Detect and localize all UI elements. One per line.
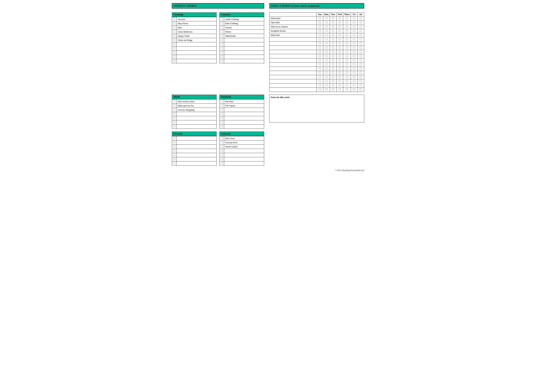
daily-checkbox[interactable]	[360, 59, 362, 61]
checkbox-cell[interactable]	[220, 161, 224, 166]
checkbox[interactable]	[221, 108, 223, 111]
daily-check-cell[interactable]	[336, 42, 343, 46]
checkbox-cell[interactable]	[172, 55, 176, 59]
daily-check-cell[interactable]	[323, 37, 330, 42]
daily-check-cell[interactable]	[336, 54, 343, 58]
daily-checkbox[interactable]	[319, 25, 321, 28]
daily-checkbox[interactable]	[360, 80, 362, 82]
checkbox-cell[interactable]	[172, 116, 176, 120]
daily-checkbox[interactable]	[346, 80, 348, 82]
daily-checkbox[interactable]	[353, 29, 355, 32]
daily-checkbox[interactable]	[332, 63, 334, 65]
daily-checkbox[interactable]	[353, 51, 355, 53]
daily-check-cell[interactable]	[357, 21, 364, 25]
checkbox-cell[interactable]	[220, 55, 224, 59]
checkbox[interactable]	[173, 30, 175, 33]
daily-checkbox[interactable]	[353, 84, 355, 86]
daily-checkbox[interactable]	[319, 29, 321, 32]
checkbox-cell[interactable]	[220, 30, 224, 34]
checkbox-cell[interactable]	[220, 38, 224, 42]
checkbox[interactable]	[173, 39, 175, 41]
daily-checkbox[interactable]	[346, 88, 348, 90]
daily-checkbox[interactable]	[360, 46, 362, 49]
daily-check-cell[interactable]	[351, 16, 357, 21]
daily-check-cell[interactable]	[330, 46, 336, 50]
daily-checkbox[interactable]	[353, 63, 355, 65]
daily-checkbox[interactable]	[319, 17, 321, 19]
daily-check-cell[interactable]	[316, 58, 323, 63]
daily-check-cell[interactable]	[351, 46, 357, 50]
daily-check-cell[interactable]	[351, 58, 357, 63]
daily-check-cell[interactable]	[330, 42, 336, 46]
daily-check-cell[interactable]	[357, 54, 364, 58]
daily-check-cell[interactable]	[357, 50, 364, 54]
daily-check-cell[interactable]	[323, 58, 330, 63]
daily-checkbox[interactable]	[339, 38, 341, 40]
checkbox-cell[interactable]	[172, 112, 176, 116]
daily-checkbox[interactable]	[353, 80, 355, 82]
daily-checkbox[interactable]	[346, 71, 348, 74]
daily-checkbox[interactable]	[319, 34, 321, 36]
checkbox-cell[interactable]	[172, 34, 176, 38]
daily-check-cell[interactable]	[316, 88, 323, 92]
daily-check-cell[interactable]	[357, 88, 364, 92]
daily-checkbox[interactable]	[339, 80, 341, 82]
checkbox-cell[interactable]	[220, 25, 224, 30]
daily-check-cell[interactable]	[330, 58, 336, 63]
daily-check-cell[interactable]	[343, 71, 351, 75]
daily-checkbox[interactable]	[353, 88, 355, 90]
daily-checkbox[interactable]	[325, 59, 328, 61]
daily-check-cell[interactable]	[316, 67, 323, 71]
checkbox[interactable]	[173, 55, 175, 58]
daily-checkbox[interactable]	[346, 55, 348, 57]
checkbox-cell[interactable]	[220, 125, 224, 129]
daily-checkbox[interactable]	[360, 34, 362, 36]
checkbox[interactable]	[221, 39, 223, 41]
checkbox[interactable]	[173, 51, 175, 53]
daily-checkbox[interactable]	[360, 38, 362, 40]
checkbox[interactable]	[173, 154, 175, 156]
daily-checkbox[interactable]	[346, 63, 348, 65]
daily-checkbox[interactable]	[332, 84, 334, 86]
daily-check-cell[interactable]	[343, 88, 351, 92]
checkbox-cell[interactable]	[220, 120, 224, 125]
daily-checkbox[interactable]	[339, 67, 341, 70]
daily-checkbox[interactable]	[360, 51, 362, 53]
checkbox[interactable]	[221, 51, 223, 53]
daily-checkbox[interactable]	[332, 38, 334, 40]
checkbox[interactable]	[221, 137, 223, 139]
daily-check-cell[interactable]	[351, 75, 357, 79]
daily-checkbox[interactable]	[339, 34, 341, 36]
daily-check-cell[interactable]	[323, 88, 330, 92]
daily-checkbox[interactable]	[325, 17, 328, 19]
checkbox-cell[interactable]	[220, 59, 224, 63]
daily-check-cell[interactable]	[351, 37, 357, 42]
checkbox-cell[interactable]	[220, 157, 224, 161]
daily-check-cell[interactable]	[316, 50, 323, 54]
checkbox[interactable]	[221, 30, 223, 33]
daily-check-cell[interactable]	[357, 58, 364, 63]
daily-checkbox[interactable]	[346, 84, 348, 86]
daily-checkbox[interactable]	[360, 84, 362, 86]
daily-check-cell[interactable]	[323, 79, 330, 84]
daily-check-cell[interactable]	[357, 42, 364, 46]
daily-checkbox[interactable]	[325, 29, 328, 32]
daily-check-cell[interactable]	[343, 16, 351, 21]
daily-checkbox[interactable]	[339, 59, 341, 61]
checkbox-cell[interactable]	[172, 99, 176, 104]
checkbox[interactable]	[173, 117, 175, 119]
daily-checkbox[interactable]	[353, 34, 355, 36]
checkbox[interactable]	[173, 22, 175, 24]
daily-check-cell[interactable]	[336, 46, 343, 50]
daily-check-cell[interactable]	[343, 29, 351, 33]
daily-checkbox[interactable]	[353, 59, 355, 61]
checkbox[interactable]	[173, 121, 175, 123]
daily-checkbox[interactable]	[353, 21, 355, 23]
checkbox-cell[interactable]	[172, 59, 176, 63]
daily-check-cell[interactable]	[323, 50, 330, 54]
daily-checkbox[interactable]	[319, 51, 321, 53]
daily-checkbox[interactable]	[353, 67, 355, 70]
daily-checkbox[interactable]	[339, 55, 341, 57]
daily-checkbox[interactable]	[319, 84, 321, 86]
daily-checkbox[interactable]	[339, 21, 341, 23]
